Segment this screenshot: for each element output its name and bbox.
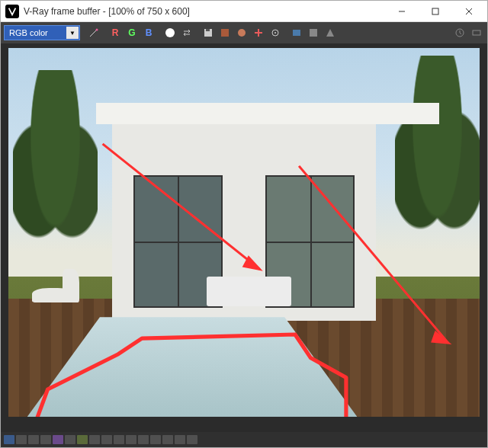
- blue-channel-button[interactable]: B: [141, 25, 156, 40]
- swap-channels-icon[interactable]: [179, 25, 194, 40]
- link-pdplayer-icon[interactable]: [289, 25, 304, 40]
- svg-line-16: [299, 166, 448, 343]
- svg-rect-5: [221, 29, 229, 37]
- status-icon-6[interactable]: [65, 435, 75, 444]
- vfb-settings-icon[interactable]: [469, 25, 484, 40]
- clone-icon[interactable]: [234, 25, 249, 40]
- minimize-button[interactable]: [385, 1, 419, 22]
- status-icon-3[interactable]: [28, 435, 39, 444]
- svg-marker-11: [326, 29, 334, 37]
- svg-rect-1: [432, 8, 438, 14]
- mono-channel-button[interactable]: [162, 25, 178, 40]
- render-viewport[interactable]: [1, 43, 487, 432]
- corrections-icon[interactable]: [306, 25, 321, 40]
- svg-rect-10: [310, 29, 317, 37]
- save-icon[interactable]: [201, 25, 216, 40]
- region-render-icon[interactable]: [251, 25, 266, 40]
- clamp-icon[interactable]: [323, 25, 338, 40]
- track-mouse-icon[interactable]: [268, 25, 283, 40]
- status-icon-16[interactable]: [187, 435, 197, 444]
- status-icon-5[interactable]: [53, 435, 63, 444]
- status-icon-13[interactable]: [150, 435, 161, 444]
- chevron-down-icon: ▼: [69, 30, 75, 37]
- channel-select[interactable]: RGB color ▼: [4, 25, 80, 40]
- status-history-icon[interactable]: [4, 435, 14, 444]
- annotation-arrow-2: [8, 48, 480, 417]
- titlebar[interactable]: V-Ray frame buffer - [100% of 750 x 600]: [1, 1, 487, 22]
- eyedropper-icon[interactable]: [86, 25, 101, 40]
- close-button[interactable]: [452, 1, 486, 22]
- history-icon[interactable]: [452, 25, 467, 40]
- window-title: V-Ray frame buffer - [100% of 750 x 600]: [24, 6, 385, 17]
- toolbar: RGB color ▼ R G B: [1, 22, 487, 43]
- status-icon-15[interactable]: [175, 435, 185, 444]
- svg-point-2: [96, 29, 98, 31]
- status-icon-9[interactable]: [101, 435, 112, 444]
- svg-rect-4: [206, 29, 210, 31]
- statusbar: [1, 432, 487, 447]
- window-controls: [385, 1, 486, 22]
- maximize-button[interactable]: [419, 1, 452, 22]
- svg-rect-13: [473, 30, 480, 35]
- status-icon-4[interactable]: [40, 435, 51, 444]
- status-icon-10[interactable]: [114, 435, 124, 444]
- status-icon-14[interactable]: [162, 435, 173, 444]
- rendered-image: [8, 48, 480, 417]
- green-channel-button[interactable]: G: [124, 25, 140, 40]
- vray-logo-icon: [5, 5, 19, 18]
- channel-select-value: RGB color: [9, 28, 48, 37]
- status-icon-12[interactable]: [138, 435, 149, 444]
- vray-frame-buffer-window: V-Ray frame buffer - [100% of 750 x 600]…: [0, 0, 488, 448]
- svg-point-6: [238, 29, 246, 37]
- red-channel-button[interactable]: R: [108, 25, 123, 40]
- status-icon-2[interactable]: [16, 435, 27, 444]
- status-icon-8[interactable]: [89, 435, 100, 444]
- status-icon-11[interactable]: [126, 435, 136, 444]
- clear-icon[interactable]: [217, 25, 233, 40]
- status-icon-7[interactable]: [77, 435, 88, 444]
- svg-point-8: [274, 32, 276, 34]
- svg-rect-9: [293, 30, 300, 36]
